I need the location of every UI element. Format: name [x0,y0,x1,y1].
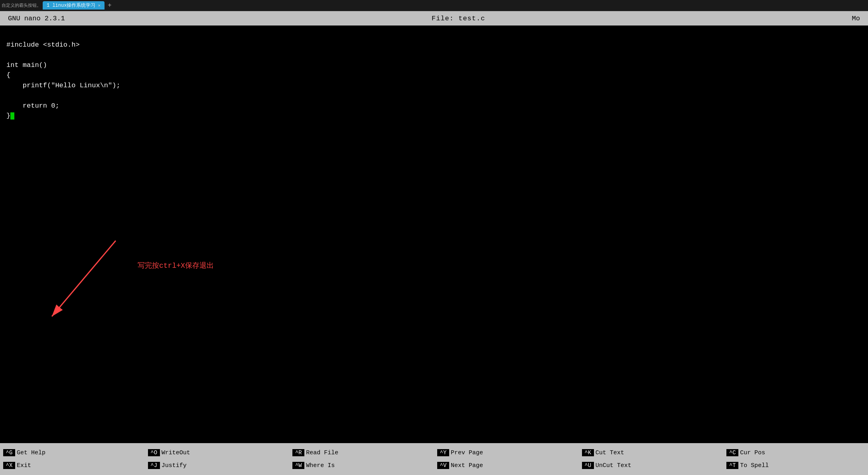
code-line-0 [6,29,862,40]
editor-area[interactable]: #include <stdio.h> int main() { printf("… [0,26,868,443]
code-line-7: return 0; [6,101,862,111]
key-cut-text: ^K [582,449,594,456]
annotation-text: 写完按ctrl+X保存退出 [138,261,214,271]
shortcut-exit[interactable]: ^X Exit [3,459,142,472]
shortcut-writeout[interactable]: ^O WriteOut [148,446,286,459]
nano-header: GNU nano 2.3.1 File: test.c Mo [0,11,868,26]
shortcut-col-5: ^K Cut Text ^U UnCut Text [579,443,724,475]
label-to-spell: To Spell [740,462,769,469]
code-line-4: { [6,70,862,80]
shortcut-col-3: ^R Read File ^W Where Is [289,443,434,475]
key-cur-pos: ^C [726,449,738,456]
code-line-3: int main() [6,60,862,71]
key-justify: ^J [148,462,160,469]
cursor [10,112,14,120]
code-line-1: #include <stdio.h> [6,40,862,50]
key-get-help: ^G [3,449,15,456]
key-to-spell: ^T [726,462,738,469]
label-where-is: Where Is [306,462,335,469]
shortcut-read-file[interactable]: ^R Read File [292,446,431,459]
label-read-file: Read File [306,449,338,456]
shortcut-bar: ^G Get Help ^X Exit ^O WriteOut ^J Justi… [0,443,868,475]
shortcut-cut-text[interactable]: ^K Cut Text [582,446,720,459]
nano-version: GNU nano 2.3.1 [8,15,65,22]
tab-close-icon[interactable]: ✕ [98,3,101,8]
key-prev-page: ^Y [437,449,449,456]
shortcut-prev-page[interactable]: ^Y Prev Page [437,446,576,459]
label-prev-page: Prev Page [451,449,483,456]
header-right: Mo [852,15,860,22]
shortcut-col-2: ^O WriteOut ^J Justify [145,443,290,475]
code-line-2 [6,50,862,60]
key-next-page: ^V [437,462,449,469]
label-next-page: Next Page [451,462,483,469]
label-exit: Exit [17,462,31,469]
label-writeout: WriteOut [162,449,190,456]
tab-add-button[interactable]: + [106,2,113,9]
label-uncut-text: UnCut Text [596,462,631,469]
shortcut-uncut-text[interactable]: ^U UnCut Text [582,459,720,472]
code-line-6 [6,90,862,101]
shortcut-next-page[interactable]: ^V Next Page [437,459,576,472]
shortcut-to-spell[interactable]: ^T To Spell [726,459,865,472]
label-justify: Justify [162,462,187,469]
shortcut-cur-pos[interactable]: ^C Cur Pos [726,446,865,459]
annotation-arrow [0,237,128,336]
shortcut-col-4: ^Y Prev Page ^V Next Page [434,443,579,475]
key-where-is: ^W [292,462,304,469]
terminal-tab[interactable]: 1 linux操作系统学习 ✕ [43,1,105,10]
shortcut-where-is[interactable]: ^W Where Is [292,459,431,472]
key-exit: ^X [3,462,15,469]
key-read-file: ^R [292,449,304,456]
window-hint: 自定义的霸头按钮。 [2,2,41,8]
code-line-5: printf("Hello Linux\n"); [6,80,862,91]
tab-label: 1 linux操作系统学习 [47,2,95,9]
code-line-8: } [6,111,862,121]
file-name: File: test.c [432,15,485,22]
label-cut-text: Cut Text [596,449,624,456]
shortcut-get-help[interactable]: ^G Get Help [3,446,142,459]
label-cur-pos: Cur Pos [740,449,765,456]
title-bar: 自定义的霸头按钮。 1 linux操作系统学习 ✕ + [0,0,868,11]
shortcut-justify[interactable]: ^J Justify [148,459,286,472]
shortcut-col-6: ^C Cur Pos ^T To Spell [723,443,868,475]
shortcut-col-1: ^G Get Help ^X Exit [0,443,145,475]
svg-line-1 [52,241,116,316]
key-uncut-text: ^U [582,462,594,469]
key-writeout: ^O [148,449,160,456]
label-get-help: Get Help [17,449,45,456]
